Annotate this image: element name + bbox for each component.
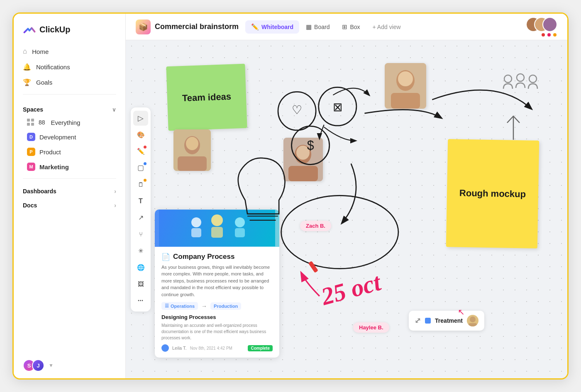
sticky-note-yellow[interactable]: Rough mockup [446, 139, 540, 248]
box-tab-icon: ⊞ [342, 23, 347, 31]
pen-icon: ✏️ [137, 148, 145, 155]
home-icon: ⌂ [23, 47, 27, 56]
arrow-icon: ↗ [138, 214, 144, 222]
doc-status-badge: Complete [248, 345, 273, 351]
tool-arrow[interactable]: ↗ [133, 210, 148, 225]
rect-dot [144, 162, 146, 165]
svg-rect-37 [469, 323, 477, 326]
tool-note[interactable]: 🗒 [133, 177, 148, 192]
product-dot: P [27, 148, 35, 156]
development-label: Development [39, 134, 76, 141]
sidebar-item-marketing[interactable]: M Marketing [22, 159, 117, 174]
header-title-area: 📦 Commercial brainstorm [136, 19, 239, 34]
treatment-color [425, 318, 431, 324]
tool-palette[interactable]: 🎨 [133, 127, 148, 142]
svg-point-23 [278, 92, 316, 130]
user-dropdown-icon[interactable]: ▼ [49, 363, 54, 368]
sidebar-item-everything[interactable]: 88 Everything [22, 115, 117, 129]
pen-dot [144, 146, 146, 149]
doc-author-name: Leila T. [172, 346, 187, 351]
person-svg-3 [173, 129, 211, 171]
tab-board[interactable]: ▦ Board [300, 20, 335, 34]
sidebar-item-development[interactable]: D Development [22, 129, 117, 144]
toolbar: ▷ 🎨 ✏️ ▢ 🗒 T [131, 107, 151, 312]
flow-from: ☰ Operations [161, 302, 198, 310]
dot-3 [553, 33, 557, 37]
home-label: Home [32, 48, 49, 55]
flow-from-text: Operations [171, 304, 195, 309]
sidebar: ClickUp ⌂ Home 🔔 Notifications 🏆 Goals S… [14, 14, 126, 378]
treatment-card[interactable]: ⤢ Treatment [409, 311, 484, 331]
globe-icon: 🌐 [137, 264, 145, 271]
doc-banner-illustration [159, 210, 275, 246]
note-icon: 🗒 [138, 181, 144, 188]
dot-2 [547, 33, 551, 37]
status-dots [542, 33, 557, 37]
doc-card[interactable]: 📄 Company Process As your business grows… [155, 209, 279, 358]
svg-rect-18 [178, 156, 207, 171]
tool-cursor[interactable]: ▷ [133, 111, 148, 126]
clickup-logo-icon [23, 23, 36, 36]
doc-section-text: Maintaining an accurate and well-organiz… [161, 322, 273, 341]
tool-star[interactable]: ✳ [133, 243, 148, 258]
add-view-button[interactable]: + Add view [367, 21, 407, 33]
doc-section-title: Designing Processes [161, 314, 273, 320]
nav-notifications[interactable]: 🔔 Notifications [18, 59, 121, 75]
person-photo-2 [283, 138, 323, 181]
svg-text:♡: ♡ [292, 103, 302, 117]
doc-icon: 📄 [161, 253, 170, 261]
share-icon: ⑂ [139, 231, 143, 238]
tool-share[interactable]: ⑂ [133, 227, 148, 242]
main-nav: ⌂ Home 🔔 Notifications 🏆 Goals [14, 44, 125, 90]
tool-more[interactable]: ••• [133, 293, 148, 308]
product-label: Product [39, 149, 61, 156]
tab-whiteboard[interactable]: ✏️ Whiteboard [245, 20, 299, 34]
docs-row[interactable]: Docs › [18, 197, 121, 211]
dashboards-section: Dashboards › Docs › [14, 183, 125, 211]
note-dot [144, 179, 146, 182]
tool-text[interactable]: T [133, 194, 148, 209]
more-icon: ••• [138, 298, 144, 303]
user-tag-zach-text: Zach B. [306, 223, 325, 229]
svg-rect-10 [391, 93, 420, 109]
avatar-3 [542, 17, 557, 32]
tool-image[interactable]: 🖼 [133, 277, 148, 292]
development-dot: D [27, 133, 35, 141]
tool-globe[interactable]: 🌐 [133, 260, 148, 275]
dashboards-chevron: › [114, 188, 116, 195]
sticky-green-text: Team ideas [182, 91, 231, 103]
docs-label: Docs [23, 202, 37, 209]
flow-list-icon: ☰ [165, 303, 169, 309]
nav-goals[interactable]: 🏆 Goals [18, 75, 121, 90]
goals-label: Goals [36, 79, 52, 86]
nav-home[interactable]: ⌂ Home [18, 44, 121, 59]
spaces-chevron[interactable]: ∨ [112, 107, 116, 113]
flow-arrow-icon: → [201, 303, 207, 309]
whiteboard-tab-label: Whiteboard [261, 24, 293, 30]
svg-point-5 [235, 217, 245, 227]
sticky-note-green[interactable]: Team ideas [166, 64, 247, 131]
page-icon: 📦 [136, 19, 151, 34]
tool-pen[interactable]: ✏️ [133, 144, 148, 159]
tab-box[interactable]: ⊞ Box [336, 20, 366, 34]
notifications-label: Notifications [36, 63, 70, 71]
header-avatars-row [529, 17, 557, 32]
sidebar-item-product[interactable]: P Product [22, 144, 117, 159]
everything-icon [27, 119, 34, 126]
user-tag-zach: Zach B. [300, 221, 331, 231]
text-icon: T [139, 197, 143, 205]
people-group-icon [502, 71, 539, 104]
sticky-yellow-text: Rough mockup [459, 188, 526, 200]
user-avatars[interactable]: S J [23, 359, 44, 372]
marketing-dot: M [27, 163, 35, 171]
whiteboard-canvas[interactable]: ▷ 🎨 ✏️ ▢ 🗒 T [126, 40, 567, 378]
svg-point-1 [191, 217, 201, 227]
spaces-list: 88 Everything D Development P Product M … [14, 115, 125, 174]
add-view-label: + Add view [373, 24, 401, 30]
everything-label: Everything [51, 119, 80, 126]
people-svg [502, 71, 539, 100]
doc-author-avatar [161, 344, 169, 352]
dashboards-row[interactable]: Dashboards › [18, 183, 121, 197]
tool-rect[interactable]: ▢ [133, 161, 148, 175]
svg-point-20 [517, 74, 524, 81]
